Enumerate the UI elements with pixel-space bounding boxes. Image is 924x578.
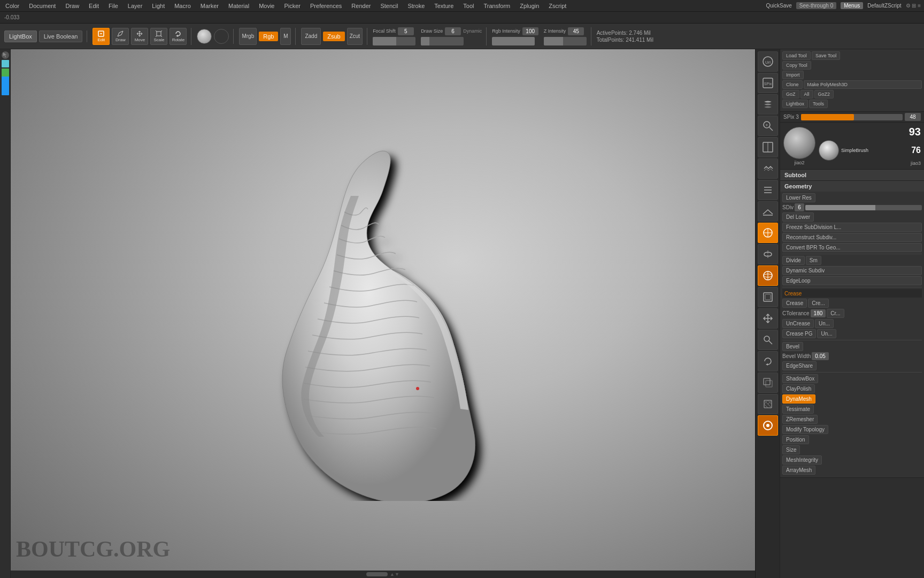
menu-stroke[interactable]: Stroke (405, 2, 427, 10)
zoom3d-tool[interactable] (758, 330, 778, 350)
lower-res-button[interactable]: Lower Res (782, 193, 815, 202)
save-tool-button[interactable]: Save Tool (812, 51, 840, 60)
dynamic-subdiv-button[interactable]: Dynamic Subdiv (782, 266, 922, 275)
goz2-button[interactable]: GoZ2 (814, 90, 834, 98)
url-tool[interactable]: Url (758, 51, 778, 72)
menu-macro[interactable]: Macro (172, 2, 193, 10)
rotate-button[interactable]: Rotate (170, 28, 187, 45)
geometry-header[interactable]: Geometry (780, 181, 924, 192)
m-button[interactable]: M (280, 28, 291, 45)
dynamesh-button[interactable]: DynaMesh (782, 394, 815, 404)
convert-bpr-button[interactable]: Convert BPR To Geo... (782, 243, 922, 252)
menu-render[interactable]: Render (349, 2, 373, 10)
menu-transform[interactable]: Transform (482, 2, 513, 10)
lightbox-button[interactable]: LightBox (4, 31, 37, 42)
array-mesh-button[interactable]: ArrayMesh (782, 466, 815, 475)
menu-edit[interactable]: Edit (87, 2, 101, 10)
load-tool-button[interactable]: Load Tool (782, 51, 811, 60)
move-view-tool[interactable] (758, 308, 778, 329)
clone-button[interactable]: Clone (782, 80, 803, 89)
menu-texture[interactable]: Texture (432, 2, 456, 10)
menu-tool[interactable]: Tool (461, 2, 476, 10)
menu-color[interactable]: Color (3, 2, 21, 10)
draw-button[interactable]: Draw (112, 28, 129, 45)
import-button[interactable]: Import (782, 71, 804, 79)
local-tool[interactable] (758, 223, 778, 243)
spix-tool[interactable]: SPix (758, 73, 778, 93)
edit-button[interactable]: Edit (93, 28, 110, 45)
crease-btn2[interactable]: Cre... (808, 299, 828, 308)
menu-draw[interactable]: Draw (63, 2, 81, 10)
scroll-tool[interactable] (758, 94, 778, 115)
menu-movie[interactable]: Movie (257, 2, 276, 10)
mrgb-button[interactable]: Mrgb (239, 28, 257, 45)
goz-button[interactable]: GoZ (782, 90, 799, 98)
solo-tool[interactable] (758, 415, 778, 436)
rgb-intensity-slider[interactable] (492, 37, 535, 45)
menu-file[interactable]: File (106, 2, 120, 10)
simple-brush-preview[interactable] (819, 140, 839, 161)
zoom-tool[interactable]: + (758, 116, 778, 136)
copy-tool-button[interactable]: Copy Tool (782, 61, 811, 70)
scale-button[interactable]: Scale (150, 28, 167, 45)
color-square[interactable] (2, 60, 9, 67)
rgb-button[interactable]: Rgb (259, 32, 278, 41)
un-button[interactable]: Un... (815, 319, 834, 328)
lightbox-tab[interactable]: Lightbox (782, 100, 808, 108)
aahalf-tool[interactable] (758, 137, 778, 157)
claypolish-button[interactable]: ClayPolish (782, 384, 815, 393)
lsym-tool[interactable] (758, 244, 778, 264)
transp-tool[interactable] (758, 372, 778, 393)
move-button[interactable]: Move (131, 28, 148, 45)
bevel-button[interactable]: Bevel (782, 342, 803, 351)
del-lower-button[interactable]: Del Lower (782, 212, 814, 222)
freeze-subdiv-button[interactable]: Freeze SubDivision L... (782, 223, 922, 232)
menu-stencil[interactable]: Stencil (378, 2, 400, 10)
menu-zscript[interactable]: Zscript (546, 2, 568, 10)
all-button[interactable]: All (800, 90, 813, 98)
para-tool[interactable] (758, 180, 778, 200)
tools-tab[interactable]: Tools (809, 100, 828, 108)
menus-button[interactable]: Menus (841, 2, 863, 9)
color-strip[interactable] (2, 69, 9, 95)
menu-picker[interactable]: Picker (282, 2, 303, 10)
gyro-tool[interactable] (758, 265, 778, 286)
menu-preferences[interactable]: Preferences (308, 2, 344, 10)
zadd-button[interactable]: Zadd (301, 28, 321, 45)
viewport[interactable]: BOUTCG.ORG ▲▼ (11, 49, 755, 578)
draw-size-slider[interactable] (421, 37, 464, 45)
polyf-tool[interactable] (758, 394, 778, 414)
quicksave-label[interactable]: QuickSave (766, 3, 791, 9)
size-button[interactable]: Size (782, 445, 800, 454)
live-boolean-button[interactable]: Live Boolean (39, 31, 83, 42)
edgeshare-button[interactable]: EdgeShare (782, 361, 817, 370)
brush-preview[interactable] (783, 127, 815, 159)
menu-zplugin[interactable]: Zplugin (518, 2, 541, 10)
focal-shift-slider[interactable] (373, 37, 415, 45)
menu-document[interactable]: Document (27, 2, 58, 10)
subtool-header[interactable]: Subtool (780, 170, 924, 180)
sm-button[interactable]: Sm (806, 256, 821, 265)
z-intensity-slider[interactable] (544, 37, 587, 45)
menu-light[interactable]: Light (150, 2, 167, 10)
mesh-integrity-button[interactable]: MeshIntegrity (782, 455, 822, 465)
un2-button[interactable]: Un... (817, 329, 836, 338)
zsub-button[interactable]: Zsub (323, 32, 344, 41)
reconstruct-button[interactable]: Reconstruct Subdiv... (782, 233, 922, 242)
crease-pg-button[interactable]: Crease PG (782, 329, 816, 338)
floor-tool[interactable] (758, 201, 778, 222)
dynamic-tool[interactable] (758, 158, 778, 179)
position-button[interactable]: Position (782, 435, 809, 444)
viewport-scroll[interactable]: ▲▼ (11, 571, 755, 578)
make-polymesh-button[interactable]: Make PolyMesh3D (804, 80, 922, 89)
spix-slider[interactable] (801, 114, 903, 120)
sphere-preview[interactable] (197, 29, 212, 44)
rotate-view-tool[interactable] (758, 351, 778, 371)
cursor-icon[interactable] (2, 51, 9, 59)
crease-button[interactable]: Crease (782, 299, 807, 308)
zremesher-button[interactable]: ZRemesher (782, 415, 818, 424)
half-sphere-preview[interactable] (214, 29, 229, 44)
menu-material[interactable]: Material (226, 2, 251, 10)
frame-tool[interactable] (758, 287, 778, 307)
shadowbox-button[interactable]: ShadowBox (782, 374, 818, 383)
